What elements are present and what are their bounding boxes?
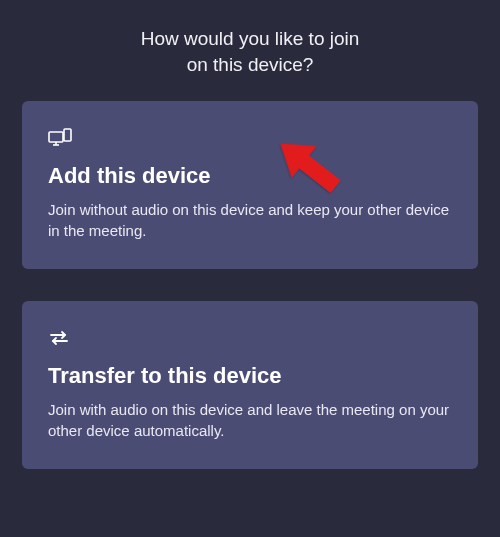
page-title-line2: on this device? bbox=[187, 54, 314, 75]
add-device-title: Add this device bbox=[48, 163, 452, 189]
add-device-description: Join without audio on this device and ke… bbox=[48, 199, 452, 241]
devices-icon bbox=[48, 127, 452, 153]
svg-rect-3 bbox=[64, 129, 71, 141]
transfer-device-title: Transfer to this device bbox=[48, 363, 452, 389]
add-this-device-card[interactable]: Add this device Join without audio on th… bbox=[22, 101, 478, 269]
page-title-line1: How would you like to join bbox=[141, 28, 360, 49]
option-cards: Add this device Join without audio on th… bbox=[0, 101, 500, 469]
transfer-device-description: Join with audio on this device and leave… bbox=[48, 399, 452, 441]
page-title: How would you like to join on this devic… bbox=[0, 0, 500, 101]
transfer-icon bbox=[48, 327, 452, 353]
transfer-to-device-card[interactable]: Transfer to this device Join with audio … bbox=[22, 301, 478, 469]
svg-rect-0 bbox=[49, 132, 63, 142]
